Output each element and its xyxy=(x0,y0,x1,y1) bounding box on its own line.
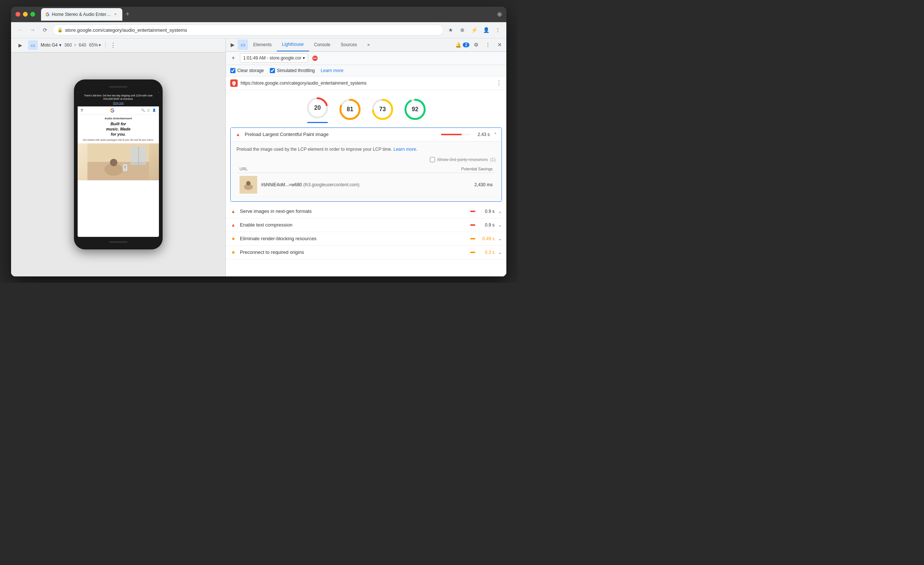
new-tab-button[interactable]: + xyxy=(122,9,133,19)
devtools-close-button[interactable]: ✕ xyxy=(495,39,505,50)
resource-url-main: /rbNNiE4oM...=w680 xyxy=(261,182,302,187)
main-content: ▶ ▭ Moto G4 ▾ 360 × 640 65% ▾ ⋮ xyxy=(11,39,506,276)
audit-body: Preload the image used by the LCP elemen… xyxy=(231,141,501,201)
browser-tab[interactable]: Home Stereo & Audio Entertain... × xyxy=(41,8,122,21)
third-party-checkbox[interactable] xyxy=(430,157,435,162)
simulated-throttling-label: Simulated throttling xyxy=(277,68,315,73)
audit-chevron-up-icon[interactable]: ⌃ xyxy=(494,132,497,137)
device-select[interactable]: Moto G4 ▾ xyxy=(40,42,62,48)
devtools-more-button[interactable]: ⋮ xyxy=(483,39,493,50)
audit-chevron-3: ⌄ xyxy=(498,222,502,228)
bookmark-button[interactable]: ★ xyxy=(446,25,455,35)
resource-thumbnail xyxy=(240,176,257,193)
audit-preload-lcp-header[interactable]: ▲ Preload Largest Contentful Paint image… xyxy=(231,128,501,141)
minimize-button[interactable] xyxy=(23,12,28,16)
lighthouse-clear-button[interactable]: ⛔ xyxy=(310,54,320,63)
google-favicon xyxy=(45,12,50,16)
score-best-practices: 73 xyxy=(371,97,394,121)
svg-text:!: ! xyxy=(234,82,234,84)
zoom-select[interactable]: 65% ▾ xyxy=(89,42,101,48)
hero-line1: Built for xyxy=(111,121,126,126)
close-button[interactable] xyxy=(15,12,20,16)
audit-next-gen-formats[interactable]: ▲ Serve images in next-gen formats 0.9 s… xyxy=(226,205,506,218)
lh-url-icon: ! xyxy=(230,79,238,87)
audit-learn-more-link[interactable]: Learn more xyxy=(393,147,416,152)
tab-close-button[interactable]: × xyxy=(113,12,118,17)
device-toolbar: ▶ ▭ Moto G4 ▾ 360 × 640 65% ▾ ⋮ xyxy=(11,39,225,52)
clear-storage-label: Clear storage xyxy=(237,68,264,73)
more-menu-button[interactable]: ⋮ xyxy=(493,25,502,35)
tab-elements[interactable]: Elements xyxy=(248,39,277,52)
tab-console[interactable]: Console xyxy=(309,39,336,52)
device-name: Moto G4 xyxy=(40,42,58,48)
device-chevron-icon: ▾ xyxy=(59,42,62,48)
address-box[interactable]: 🔒 store.google.com/category/audio_entert… xyxy=(52,24,444,36)
devtools-cursor-button[interactable]: ▶ xyxy=(227,39,238,50)
hero-line2: music. music. MadeMade xyxy=(106,127,130,131)
hero-music-text: music. xyxy=(106,127,119,131)
table-row: /rbNNiE4oM...=w680 (lh3.googleuserconten… xyxy=(237,173,496,197)
audit-rect-4 xyxy=(470,238,475,240)
toolbar-separator xyxy=(105,41,106,49)
tab-lighthouse[interactable]: Lighthouse xyxy=(277,39,309,52)
traffic-lights xyxy=(15,12,35,16)
phone-cart-icon: 🛒 xyxy=(147,109,150,112)
phone-hero-text: Built for music. music. MadeMade for you… xyxy=(78,121,159,143)
back-button[interactable]: ← xyxy=(15,25,25,35)
notifications-badge-container: 🔔 2 xyxy=(455,42,470,48)
reload-button[interactable]: ⟳ xyxy=(40,25,50,35)
audit-text-compression[interactable]: ▲ Enable text compression 0.9 s ⌄ xyxy=(226,218,506,232)
address-actions: ★ ⊕ ⚡ 👤 ⋮ xyxy=(446,25,502,35)
user-button[interactable]: 👤 xyxy=(481,25,491,35)
phone-home-indicator xyxy=(109,241,128,243)
audit-preconnect[interactable]: ■ Preconnect to required origins 0.3 s ⌄ xyxy=(226,246,506,259)
audit-table: URL Potential Savings xyxy=(237,165,496,197)
zoom-level: 65% xyxy=(89,42,98,48)
device-dimensions: 360 × 640 xyxy=(64,42,86,48)
phone-hero-h1: Built for music. music. MadeMade for you… xyxy=(81,121,156,137)
address-text: store.google.com/category/audio_entertai… xyxy=(65,27,439,33)
devtools-tabs: ▶ ▭ Elements Lighthouse Console Sources … xyxy=(226,39,506,52)
lighthouse-session-select[interactable]: 1:01:49 AM - store.google.cor ▾ xyxy=(240,53,308,63)
device-height: 640 xyxy=(79,42,86,48)
maximize-button[interactable] xyxy=(30,12,35,16)
tab-bar: Home Stereo & Audio Entertain... × + ⊕ xyxy=(41,8,502,21)
resource-url: /rbNNiE4oM...=w680 (lh3.googleuserconten… xyxy=(261,182,463,187)
clear-storage-checkbox[interactable] xyxy=(230,68,236,73)
audit-title-3: Enable text compression xyxy=(240,222,466,228)
third-party-label: Show 3rd-party resources xyxy=(437,157,488,162)
learn-more-link[interactable]: Learn more xyxy=(321,68,344,73)
device-toolbar-more-button[interactable]: ⋮ xyxy=(110,42,116,49)
devtools-settings-button[interactable]: ⚙ xyxy=(471,39,481,50)
tab-sources[interactable]: Sources xyxy=(336,39,362,52)
phone-hero-sub: Get started with audio packages that fit… xyxy=(81,138,156,141)
phone-speaker xyxy=(109,86,128,88)
hero-line3: for you. xyxy=(111,132,126,136)
lighthouse-url-row: ! https://store.google.com/category/audi… xyxy=(226,76,506,90)
lighthouse-url-more-button[interactable]: ⋮ xyxy=(496,79,502,87)
lighthouse-add-button[interactable]: + xyxy=(229,54,238,63)
title-bar-actions: ⊕ xyxy=(497,11,502,18)
device-toggle-button[interactable]: ▭ xyxy=(28,40,38,50)
phone-menu-icon: ☰ xyxy=(81,109,83,112)
lighthouse-scores: 20 81 xyxy=(226,90,506,126)
resource-url-domain: (lh3.googleusercontent.com) xyxy=(303,182,359,187)
cursor-tool-button[interactable]: ▶ xyxy=(15,40,25,50)
tab-more[interactable]: » xyxy=(362,39,375,52)
audit-render-blocking[interactable]: ■ Eliminate render-blocking resources 0.… xyxy=(226,232,506,246)
simulated-throttling-checkbox[interactable] xyxy=(270,68,275,73)
devtools-panel: ▶ ▭ Elements Lighthouse Console Sources … xyxy=(225,39,506,276)
zoom-chevron-icon: ▾ xyxy=(99,42,101,48)
tab-title: Home Stereo & Audio Entertain... xyxy=(52,12,111,17)
forward-button[interactable]: → xyxy=(27,25,38,35)
profile-menu-button[interactable]: ⊕ xyxy=(458,25,467,35)
devtools-inspect-button[interactable]: ▭ xyxy=(238,39,248,50)
warning-shield-icon: ! xyxy=(231,81,237,86)
phone-bottom-bar xyxy=(78,238,159,246)
banner-link[interactable]: Shop now xyxy=(81,101,156,105)
session-text: 1:01:49 AM - store.google.cor xyxy=(243,55,301,61)
extensions-button[interactable]: ⚡ xyxy=(470,25,479,35)
audit-chevron-2: ⌄ xyxy=(498,209,502,214)
phone-device: There's still time. Get free two-day shi… xyxy=(74,79,163,249)
audit-chevron-5: ⌄ xyxy=(498,250,502,255)
